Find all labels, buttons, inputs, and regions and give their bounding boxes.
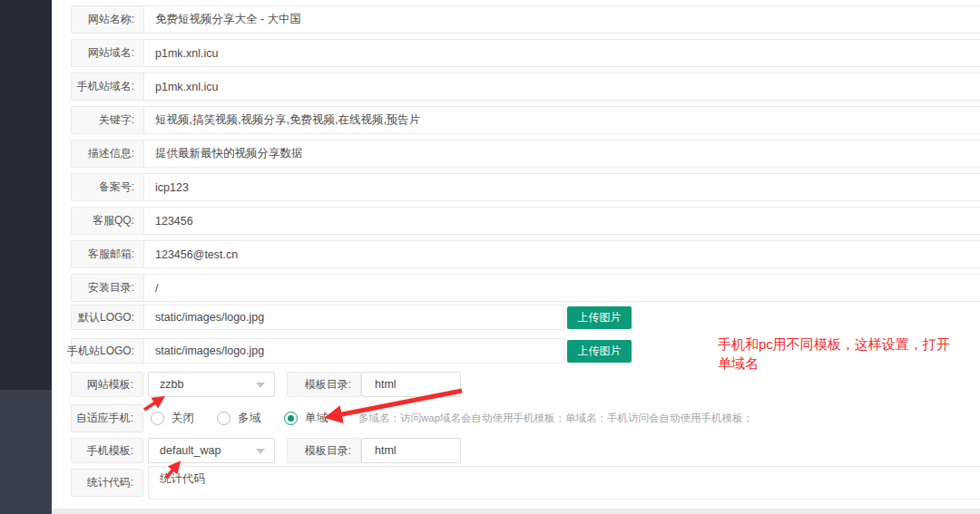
- form-row-mobile-logo: 手机站LOGO: static/images/logo.jpg: [71, 338, 564, 364]
- service-email-input[interactable]: 123456@test.cn: [144, 241, 980, 267]
- site-name-input[interactable]: 免费短视频分享大全 - 大中国: [144, 6, 980, 33]
- field-label: 统计代码:: [71, 469, 143, 497]
- install-dir-input[interactable]: /: [144, 275, 980, 301]
- form-row-site-name: 网站名称: 免费短视频分享大全 - 大中国: [71, 5, 980, 34]
- field-label: 安装目录:: [72, 275, 144, 301]
- site-domain-input[interactable]: p1mk.xnl.icu: [144, 40, 980, 66]
- annotation-note: 手机和pc用不同模板，这样设置，打开单域名: [718, 335, 963, 373]
- sidebar[interactable]: [0, 0, 52, 514]
- site-template-dir-input[interactable]: html: [361, 372, 461, 397]
- mobile-domain-input[interactable]: p1mk.xnl.icu: [144, 73, 980, 100]
- horizontal-scrollbar[interactable]: [52, 509, 980, 514]
- field-label: 网站域名:: [72, 40, 144, 66]
- default-logo-input[interactable]: static/images/logo.jpg: [144, 305, 564, 329]
- field-label: 描述信息:: [72, 141, 144, 167]
- upload-default-logo-button[interactable]: 上传图片: [567, 306, 632, 329]
- wap-template-value: default_wap: [160, 444, 220, 457]
- mobile-logo-input[interactable]: static/images/logo.jpg: [144, 339, 564, 363]
- form-row-qq: 客服QQ: 123456: [71, 207, 980, 235]
- field-label: 备案号:: [72, 174, 144, 200]
- radio-label: 单域: [305, 411, 328, 426]
- form-row-default-logo: 默认LOGO: static/images/logo.jpg: [71, 305, 564, 330]
- form-row-keywords: 关键字: 短视频,搞笑视频,视频分享,免费视频,在线视频,预告片: [71, 106, 980, 134]
- radio-button[interactable]: [284, 412, 298, 425]
- radio-option-close[interactable]: 关闭: [151, 404, 194, 432]
- field-label: 默认LOGO:: [72, 305, 144, 329]
- radio-option-multi-domain[interactable]: 多域: [217, 404, 260, 432]
- field-label: 网站模板:: [71, 372, 143, 397]
- adaptive-hint-text: 多域名：访问wap域名会自动使用手机模板；单域名：手机访问会自动使用手机模板；: [358, 404, 753, 432]
- sidebar-lower-panel: [0, 390, 52, 514]
- upload-mobile-logo-button[interactable]: 上传图片: [567, 340, 632, 363]
- field-label: 客服QQ:: [72, 208, 144, 234]
- form-row-email: 客服邮箱: 123456@test.cn: [71, 240, 980, 268]
- site-template-select[interactable]: zzbb: [148, 372, 275, 397]
- field-label: 手机站LOGO:: [72, 339, 144, 363]
- form-row-icp: 备案号: icp123: [71, 173, 980, 201]
- wap-template-dir-input[interactable]: html: [361, 438, 461, 463]
- stats-code-textarea[interactable]: 统计代码: [148, 466, 980, 499]
- template-dir-label: 模板目录:: [287, 438, 361, 463]
- chevron-down-icon: [256, 383, 265, 393]
- keywords-input[interactable]: 短视频,搞笑视频,视频分享,免费视频,在线视频,预告片: [144, 107, 980, 133]
- field-label: 手机模板:: [71, 438, 143, 463]
- field-label: 自适应手机:: [71, 404, 143, 432]
- form-row-install-dir: 安装目录: /: [71, 274, 980, 302]
- site-settings-page: 网站名称: 免费短视频分享大全 - 大中国 网站域名: p1mk.xnl.icu…: [0, 0, 980, 514]
- radio-option-single-domain[interactable]: 单域: [284, 404, 328, 432]
- wap-template-select[interactable]: default_wap: [148, 438, 275, 463]
- form-row-description: 描述信息: 提供最新最快的视频分享数据: [71, 140, 980, 168]
- site-template-value: zzbb: [160, 378, 183, 391]
- radio-label: 关闭: [172, 411, 194, 426]
- chevron-down-icon: [256, 449, 265, 459]
- field-label: 客服邮箱:: [72, 241, 144, 267]
- icp-input[interactable]: icp123: [144, 174, 980, 200]
- radio-button[interactable]: [217, 412, 230, 425]
- form-row-site-domain: 网站域名: p1mk.xnl.icu: [71, 39, 980, 67]
- radio-label: 多域: [238, 411, 260, 426]
- field-label: 手机站域名:: [72, 73, 144, 100]
- field-label: 关键字:: [72, 107, 144, 133]
- service-qq-input[interactable]: 123456: [144, 208, 980, 234]
- template-dir-label: 模板目录:: [287, 372, 361, 397]
- field-label: 网站名称:: [72, 6, 144, 33]
- radio-button[interactable]: [151, 412, 164, 425]
- description-input[interactable]: 提供最新最快的视频分享数据: [144, 141, 980, 167]
- form-row-mobile-domain: 手机站域名: p1mk.xnl.icu: [71, 73, 980, 101]
